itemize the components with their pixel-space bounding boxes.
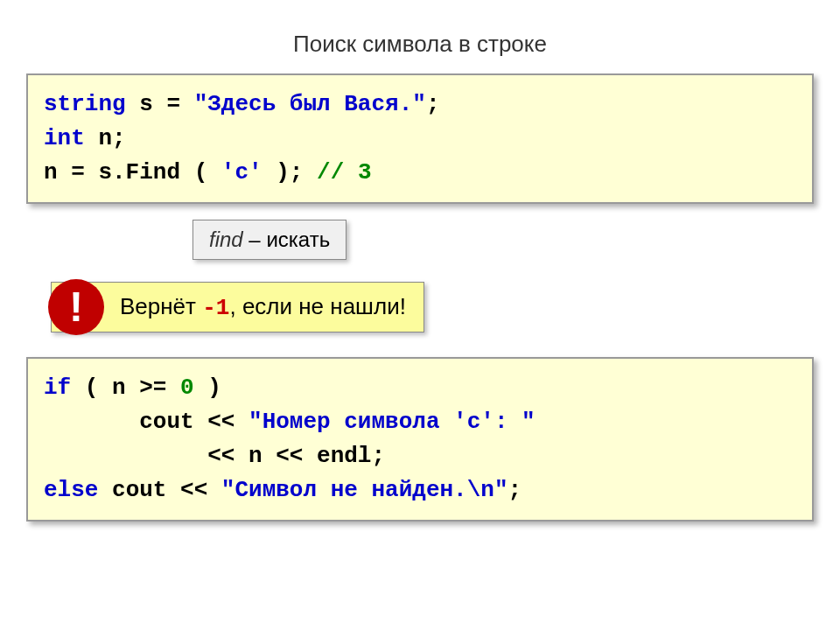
note-box: find – искать <box>192 220 346 260</box>
code-text: ; <box>426 91 440 117</box>
code-text: cout << <box>44 409 248 435</box>
code-text: ) <box>194 374 221 401</box>
alert-box: ! Вернёт -1, если не нашли! <box>51 282 424 332</box>
code-text: ); <box>262 159 317 186</box>
note-text: – искать <box>243 228 330 251</box>
code-line: cout << "Номер символа 'c': " <box>44 405 796 439</box>
alert-icon: ! <box>48 279 104 335</box>
code-line: << n << endl; <box>44 439 796 473</box>
keyword-if: if <box>44 374 71 401</box>
code-text: s = <box>126 91 194 117</box>
page-title: Поиск символа в строке <box>26 31 814 58</box>
code-text: n; <box>85 125 126 151</box>
code-block-2: if ( n >= 0 ) cout << "Номер символа 'c'… <box>26 357 814 522</box>
keyword-string: string <box>44 91 126 117</box>
code-text: cout << <box>98 477 220 503</box>
string-literal: "Символ не найден.\n" <box>221 477 508 503</box>
keyword-else: else <box>44 477 98 503</box>
number-zero: 0 <box>180 374 194 401</box>
alert-text: Вернёт <box>120 293 202 319</box>
code-line: int n; <box>44 122 796 156</box>
code-line: else cout << "Символ не найден.\n"; <box>44 473 796 508</box>
alert-text: , если не нашли! <box>229 293 405 319</box>
string-literal: "Здесь был Вася." <box>194 91 426 117</box>
alert-wrapper: ! Вернёт -1, если не нашли! <box>51 282 814 332</box>
code-line: string s = "Здесь был Вася."; <box>44 88 796 122</box>
code-line: n = s.Find ( 'с' ); // 3 <box>44 156 796 190</box>
code-text: ( n >= <box>71 374 180 401</box>
keyword-int: int <box>44 125 85 151</box>
alert-value: -1 <box>202 295 229 321</box>
string-literal: "Номер символа 'c': " <box>248 409 536 435</box>
code-text: n = s.Find ( <box>44 159 221 186</box>
code-text: << n << endl; <box>44 443 385 469</box>
note-keyword: find <box>209 228 243 251</box>
comment: // 3 <box>317 159 371 186</box>
char-literal: 'с' <box>221 159 262 186</box>
code-text: ; <box>508 477 522 503</box>
code-line: if ( n >= 0 ) <box>44 371 796 405</box>
code-block-1: string s = "Здесь был Вася."; int n; n =… <box>26 74 814 204</box>
